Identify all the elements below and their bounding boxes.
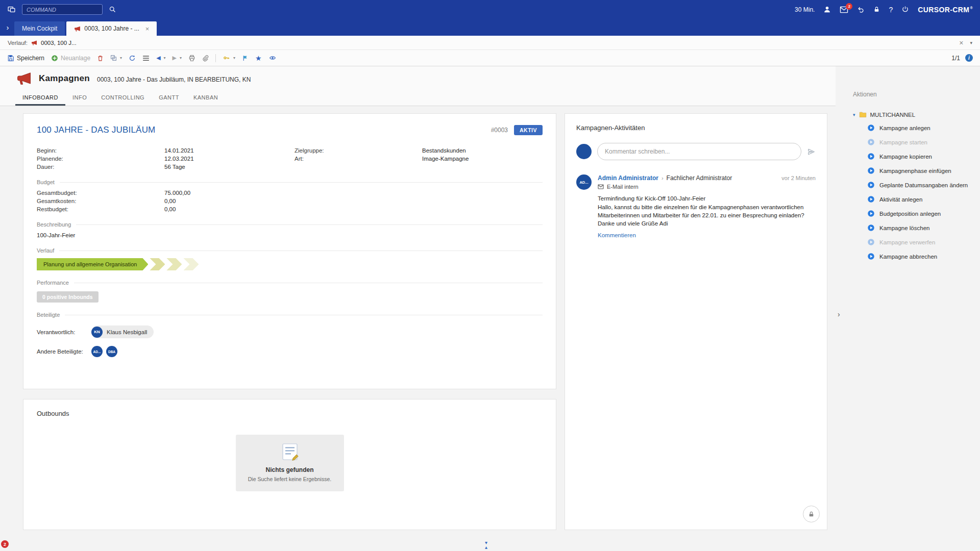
nav-forward-button[interactable]: ▶ ▾ bbox=[173, 55, 182, 61]
tab-infoboard[interactable]: INFOBOARD bbox=[15, 91, 65, 106]
chevron-right-icon: › bbox=[662, 175, 664, 181]
inbounds-badge: 0 positive Inbounds bbox=[37, 291, 99, 303]
brand-text: CURSOR-CRM bbox=[918, 6, 969, 14]
save-label: Speichern bbox=[17, 55, 44, 62]
section-verlauf: Verlauf bbox=[37, 247, 543, 254]
caret-down-icon[interactable]: ▾ bbox=[970, 40, 972, 45]
tab-gantt[interactable]: GANTT bbox=[152, 91, 186, 106]
undo-icon[interactable] bbox=[857, 6, 865, 13]
field-label: Restbudget: bbox=[37, 206, 164, 212]
tab-campaign[interactable]: 0003, 100 Jahre - ... × bbox=[66, 21, 157, 36]
activity-subject[interactable]: Terminfindung für Kick-Off 100-Jahr-Feie… bbox=[598, 195, 816, 202]
info-icon[interactable]: i bbox=[965, 54, 973, 62]
flag-button[interactable] bbox=[242, 55, 249, 62]
tab-controlling[interactable]: CONTROLLING bbox=[94, 91, 152, 106]
field-label: Gesamtbudget: bbox=[37, 190, 164, 196]
action-label: Geplante Datumsangaben ändern bbox=[879, 182, 968, 188]
activity-author-link[interactable]: Admin Administrator bbox=[598, 174, 658, 182]
tab-info[interactable]: INFO bbox=[65, 91, 94, 106]
mail-badge: 2 bbox=[846, 3, 852, 10]
record-pager: 1/1 bbox=[951, 55, 960, 62]
action-kampagne-verwerfen: Kampagne verwerfen bbox=[867, 238, 980, 246]
chevron-up-icon[interactable]: ▴ bbox=[485, 545, 487, 549]
participants-label: Andere Beteiligte: bbox=[37, 348, 91, 355]
action-kampagne-anlegen[interactable]: Kampagne anlegen bbox=[867, 123, 980, 132]
page-subtitle: 0003, 100 Jahre - Das Jubiläum, IN BEARB… bbox=[97, 76, 251, 83]
envelope-icon bbox=[598, 184, 604, 189]
caret-down-icon[interactable]: ▾ bbox=[233, 56, 235, 60]
history-item[interactable]: 0003, 100 J... bbox=[41, 40, 77, 46]
user-icon[interactable] bbox=[823, 6, 831, 13]
section-beteiligte: Beteiligte bbox=[37, 312, 543, 318]
topbar: 30 Min. 2 ? CURSOR-CRM® bbox=[0, 0, 980, 19]
app-icon[interactable] bbox=[7, 5, 16, 14]
responsible-row: Verantwortlich: KN Klaus Nesbigall bbox=[37, 325, 543, 338]
action-kampagnenphase-einfuegen[interactable]: Kampagnenphase einfügen bbox=[867, 166, 980, 175]
attachment-icon[interactable] bbox=[202, 55, 209, 62]
close-icon[interactable]: × bbox=[959, 39, 963, 47]
avatar[interactable]: AD... bbox=[91, 346, 103, 357]
send-icon[interactable] bbox=[807, 148, 816, 156]
tab-mein-cockpit[interactable]: Mein Cockpit bbox=[14, 21, 65, 36]
power-icon[interactable] bbox=[901, 6, 909, 13]
action-budgetposition-anlegen[interactable]: Budgetposition anlegen bbox=[867, 209, 980, 218]
actions-group[interactable]: ▾ MULTICHANNEL bbox=[853, 111, 980, 118]
command-input[interactable] bbox=[22, 4, 103, 15]
sidebar-collapse-icon[interactable]: › bbox=[838, 310, 840, 318]
empty-title: Nichts gefunden bbox=[241, 466, 339, 473]
tab-label: 0003, 100 Jahre - ... bbox=[84, 25, 139, 32]
search-icon[interactable] bbox=[109, 6, 116, 13]
lock-button[interactable] bbox=[803, 506, 820, 522]
lock-user-icon[interactable] bbox=[873, 6, 880, 13]
copy-button[interactable]: ▾ bbox=[110, 55, 122, 61]
campaign-info-card: 100 JAHRE - DAS JUBILÄUM #0003 AKTIV Beg… bbox=[23, 113, 556, 389]
action-aktivitaet-anlegen[interactable]: Aktivität anlegen bbox=[867, 195, 980, 204]
caret-down-icon[interactable]: ▾ bbox=[164, 56, 166, 60]
avatar: AD... bbox=[576, 174, 592, 190]
play-circle-icon bbox=[867, 181, 875, 189]
field-value: Image-Kampagne bbox=[422, 156, 543, 162]
comment-link[interactable]: Kommentieren bbox=[598, 232, 636, 238]
caret-down-icon[interactable]: ▾ bbox=[180, 56, 182, 60]
phase-current[interactable]: Planung und allgemeine Organisation bbox=[37, 258, 148, 270]
mail-icon[interactable]: 2 bbox=[840, 6, 848, 13]
activity-channel: E-Mail intern bbox=[598, 184, 816, 190]
avatar[interactable]: DBA bbox=[106, 346, 117, 357]
favorite-star-button[interactable]: ★ bbox=[255, 54, 262, 62]
help-icon[interactable]: ? bbox=[889, 6, 893, 14]
avatar: KN bbox=[91, 327, 103, 338]
close-tab-icon[interactable]: × bbox=[145, 25, 150, 33]
comment-input[interactable] bbox=[597, 143, 801, 160]
watch-eye-button[interactable] bbox=[268, 55, 277, 61]
print-button[interactable] bbox=[188, 55, 195, 62]
tree-expand-icon[interactable]: ▾ bbox=[853, 112, 855, 117]
megaphone-icon bbox=[74, 26, 81, 32]
tab-label: Mein Cockpit bbox=[22, 25, 57, 32]
page-title: Kampagnen bbox=[39, 73, 90, 84]
delete-button[interactable] bbox=[97, 55, 104, 62]
notification-badge[interactable]: 2 bbox=[1, 540, 9, 548]
nav-back-button[interactable]: ◀ ▾ bbox=[156, 55, 165, 61]
action-kampagne-abbrechen[interactable]: Kampagne abbrechen bbox=[867, 252, 980, 261]
action-kampagne-kopieren[interactable]: Kampagne kopieren bbox=[867, 152, 980, 161]
menu-icon[interactable] bbox=[142, 55, 150, 61]
outbounds-title: Outbounds bbox=[37, 410, 543, 417]
caret-down-icon[interactable]: ▾ bbox=[120, 56, 122, 60]
refresh-button[interactable] bbox=[129, 55, 136, 62]
field-value: 12.03.2021 bbox=[164, 156, 295, 162]
phase-next-icon bbox=[166, 258, 182, 270]
new-record-button[interactable]: Neuanlage bbox=[51, 55, 90, 62]
page-header: Kampagnen 0003, 100 Jahre - Das Jubiläum… bbox=[0, 66, 836, 91]
tab-kanban[interactable]: KANBAN bbox=[186, 91, 225, 106]
tabs-overflow-icon[interactable]: › bbox=[1, 23, 14, 32]
panel-expander[interactable]: ▾ ▴ bbox=[485, 540, 487, 549]
responsible-chip[interactable]: KN Klaus Nesbigall bbox=[91, 325, 154, 338]
play-circle-icon bbox=[867, 138, 875, 146]
action-label: Kampagne kopieren bbox=[879, 154, 932, 160]
action-geplante-datumsangaben-aendern[interactable]: Geplante Datumsangaben ändern bbox=[867, 181, 980, 189]
action-kampagne-loeschen[interactable]: Kampagne löschen bbox=[867, 223, 980, 232]
permissions-key-button[interactable]: ▾ bbox=[223, 55, 235, 61]
save-button[interactable]: Speichern bbox=[7, 55, 44, 62]
action-label: Aktivität anlegen bbox=[879, 196, 922, 203]
current-user-avatar bbox=[576, 144, 592, 159]
